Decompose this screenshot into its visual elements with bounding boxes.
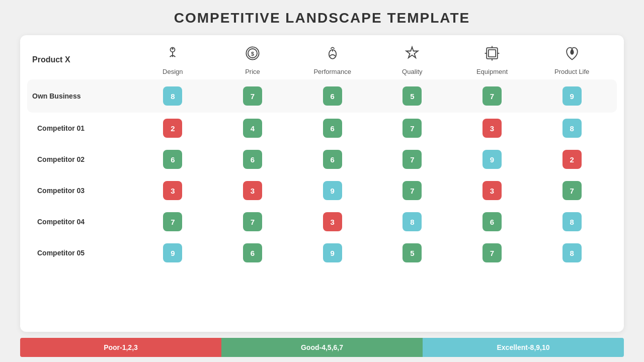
score-cell: 7: [452, 243, 532, 262]
score-cell: 6: [292, 150, 372, 169]
score-badge: 7: [243, 86, 262, 106]
product-x-label: Product X: [32, 55, 133, 64]
score-cell: 3: [292, 212, 372, 231]
col-header-quality: Quality: [372, 44, 452, 75]
score-badge: 7: [403, 181, 422, 200]
price-icon: $: [244, 44, 262, 65]
row-label: Own Business: [32, 92, 133, 100]
score-badge: 9: [482, 150, 502, 169]
row-label: Competitor 04: [32, 218, 133, 226]
row-label: Competitor 05: [32, 249, 133, 257]
score-badge: 3: [482, 119, 502, 138]
legend-segment-poor: Poor-1,2,3: [20, 338, 221, 357]
score-badge: 5: [403, 243, 422, 262]
score-badge: 7: [403, 150, 422, 169]
score-badge: 7: [243, 212, 262, 231]
score-badge: 8: [562, 212, 582, 231]
score-cell: 8: [532, 243, 612, 262]
score-cell: 4: [213, 119, 293, 138]
score-badge: 6: [243, 243, 262, 262]
col-header-equipment: Equipment: [452, 44, 532, 75]
score-cell: 7: [372, 119, 452, 138]
col-header-performance: Performance: [292, 44, 372, 75]
score-badge: 8: [403, 212, 422, 231]
score-cell: 6: [292, 119, 372, 138]
performance-icon: [324, 44, 342, 65]
score-badge: 6: [323, 150, 342, 169]
table-wrapper: Product X Design: [32, 44, 612, 268]
data-row: Competitor 02666792: [32, 144, 612, 175]
score-cell: 8: [532, 212, 612, 231]
score-cell: 6: [292, 86, 372, 106]
score-badge: 8: [562, 243, 582, 262]
score-cell: 9: [292, 181, 372, 200]
data-rows: Own Business876579Competitor 01246738Com…: [32, 79, 612, 268]
score-badge: 3: [243, 181, 262, 200]
score-badge: 6: [323, 86, 342, 106]
score-badge: 6: [163, 150, 182, 169]
col-label-price: Price: [245, 68, 260, 75]
score-badge: 7: [482, 86, 502, 106]
col-label-performance: Performance: [313, 68, 351, 75]
col-label-design: Design: [163, 68, 183, 75]
svg-text:$: $: [251, 51, 254, 57]
data-row: Competitor 05969578: [32, 237, 612, 268]
score-badge: 2: [163, 119, 182, 138]
header-row: Product X Design: [32, 44, 612, 75]
col-header-design: Design: [133, 44, 213, 75]
quality-icon: [403, 44, 421, 65]
score-cell: 6: [213, 150, 293, 169]
score-badge: 7: [562, 181, 582, 200]
row-label: Competitor 03: [32, 187, 133, 195]
score-badge: 3: [323, 212, 342, 231]
score-badge: 6: [243, 150, 262, 169]
score-cell: 6: [133, 150, 213, 169]
score-cell: 6: [452, 212, 532, 231]
svg-point-2: [172, 48, 174, 50]
score-cell: 3: [133, 181, 213, 200]
score-cell: 2: [532, 150, 612, 169]
score-badge: 3: [482, 181, 502, 200]
score-badge: 6: [323, 119, 342, 138]
score-cell: 7: [213, 212, 293, 231]
score-cell: 3: [452, 181, 532, 200]
score-badge: 8: [562, 119, 582, 138]
score-cell: 7: [133, 212, 213, 231]
col-header-price: $ Price: [213, 44, 293, 75]
svg-rect-10: [489, 50, 496, 57]
main-card: Product X Design: [20, 35, 624, 332]
score-badge: 9: [323, 181, 342, 200]
score-cell: 7: [532, 181, 612, 200]
score-badge: 5: [403, 86, 422, 106]
row-label: Competitor 01: [32, 124, 133, 132]
score-cell: 3: [213, 181, 293, 200]
score-cell: 5: [372, 243, 452, 262]
score-cell: 9: [292, 243, 372, 262]
score-cell: 7: [213, 86, 293, 106]
equipment-icon: [483, 44, 501, 65]
score-badge: 6: [482, 212, 502, 231]
data-row: Competitor 04773868: [32, 206, 612, 237]
col-header-productlife: Product Life: [532, 44, 612, 75]
productlife-icon: [563, 44, 581, 65]
score-badge: 3: [163, 181, 182, 200]
data-row: Own Business876579: [27, 79, 617, 113]
score-badge: 8: [163, 86, 182, 106]
score-cell: 7: [452, 86, 532, 106]
col-label-productlife: Product Life: [554, 68, 589, 75]
score-cell: 7: [372, 181, 452, 200]
score-cell: 9: [532, 86, 612, 106]
score-badge: 2: [562, 150, 582, 169]
score-badge: 7: [482, 243, 502, 262]
page-title: COMPETITIVE LANDSCAPE TEMPLATE: [174, 10, 470, 26]
score-badge: 9: [562, 86, 582, 106]
legend-bar: Poor-1,2,3Good-4,5,6,7Excellent-8,9,10: [20, 338, 624, 357]
score-cell: 6: [213, 243, 293, 262]
col-label-equipment: Equipment: [476, 68, 508, 75]
svg-marker-8: [407, 47, 418, 58]
score-cell: 8: [372, 212, 452, 231]
legend-segment-good: Good-4,5,6,7: [221, 338, 423, 357]
score-cell: 2: [133, 119, 213, 138]
score-cell: 5: [372, 86, 452, 106]
score-badge: 9: [163, 243, 182, 262]
